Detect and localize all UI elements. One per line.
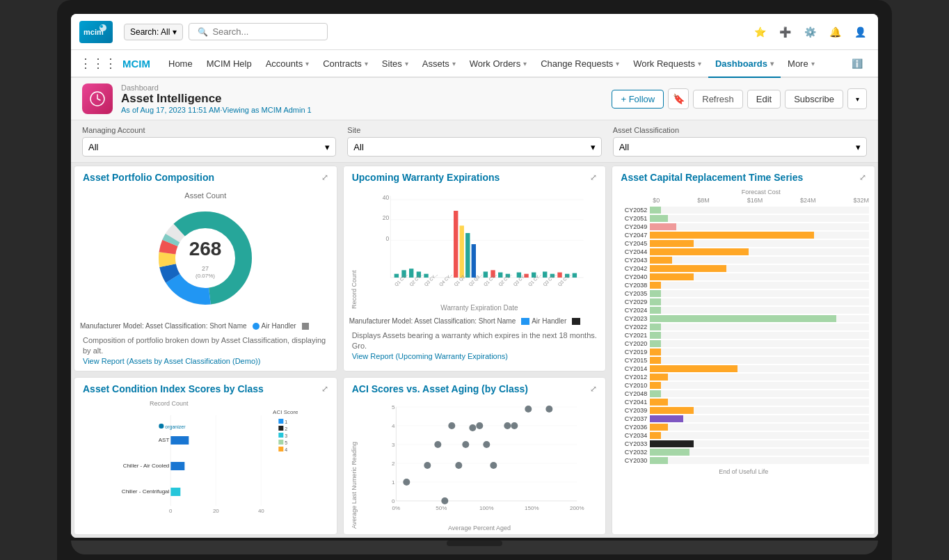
managing-account-chevron: ▾ (325, 142, 330, 152)
add-icon[interactable]: ➕ (775, 22, 795, 42)
subscribe-button[interactable]: Subscribe (785, 90, 843, 109)
nav-help-label: MCIM Help (207, 58, 252, 69)
svg-text:Chiller - Centrifugal: Chiller - Centrifugal (122, 488, 170, 495)
nav-item-help[interactable]: MCIM Help (200, 50, 259, 78)
hbar-track (650, 424, 869, 431)
asset-classification-filter: Asset Classification All ▾ (613, 126, 867, 157)
donut-highlight-percent: (0.07%) (196, 273, 215, 279)
aci-aging-card: ACI Scores vs. Asset Aging (by Class) ⤢ … (343, 377, 607, 535)
svg-text:20: 20 (213, 508, 219, 514)
follow-button[interactable]: + Follow (612, 90, 664, 109)
apps-grid-icon[interactable]: ⋮⋮⋮ (79, 56, 117, 71)
nav-item-sites[interactable]: Sites ▾ (375, 50, 415, 78)
hbar-segment (650, 332, 661, 339)
hbar-year-label: CY2014 (618, 365, 647, 372)
filters-bar: Managing Account All ▾ Site All ▾ Asset … (71, 120, 878, 163)
hbar-segment (650, 407, 694, 414)
svg-text:100%: 100% (479, 505, 493, 511)
hbar-year-label: CY2012 (618, 374, 647, 381)
asset-portfolio-expand[interactable]: ⤢ (321, 173, 328, 182)
bookmark-button[interactable]: 🔖 (668, 88, 689, 109)
hbar-row: CY2038 (618, 282, 869, 289)
settings-icon[interactable]: ⚙️ (800, 22, 820, 42)
more-actions-button[interactable]: ▾ (847, 88, 867, 109)
hbar-segment (650, 265, 726, 272)
nav-item-contracts[interactable]: Contracts ▾ (316, 50, 375, 78)
dashboard-subtitle: Dashboard (121, 83, 312, 92)
warranty-other-dot (572, 318, 580, 325)
nav-item-workorders[interactable]: Work Orders ▾ (463, 50, 534, 78)
svg-text:2: 2 (285, 426, 287, 431)
asset-portfolio-link[interactable]: View Report (Assets by Asset Classificat… (83, 357, 328, 365)
aci-scores-card: Asset Condition Index Scores by Class ⤢ … (74, 377, 337, 535)
svg-rect-23 (424, 274, 428, 278)
hbar-year-label: CY2010 (618, 382, 647, 389)
hbar-segment (650, 290, 661, 297)
warranty-link[interactable]: View Report (Upcoming Warranty Expiratio… (352, 352, 598, 360)
dashboard-actions: + Follow 🔖 Refresh Edit Subscribe ▾ (612, 88, 867, 109)
hbar-segment (650, 457, 667, 464)
nav-item-assets[interactable]: Assets ▾ (415, 50, 463, 78)
nav-more-label: More (788, 58, 808, 69)
dashboard-title: Asset Intelligence (121, 92, 312, 106)
site-select[interactable]: All ▾ (347, 137, 601, 157)
refresh-button[interactable]: Refresh (693, 90, 743, 109)
nav-item-dashboards[interactable]: Dashboards ▾ (708, 50, 781, 78)
nav-item-more[interactable]: More ▾ (781, 50, 822, 78)
hbar-track (650, 365, 869, 372)
hbar-row: CY2015 (618, 357, 869, 364)
nav-item-home[interactable]: Home (161, 50, 200, 78)
hbar-segment (650, 440, 694, 447)
warranty-air-handler-label: Air Handler (532, 317, 566, 325)
favorites-icon[interactable]: ⭐ (750, 22, 769, 42)
svg-point-105 (504, 422, 511, 429)
hbar-year-label: CY2040 (618, 273, 647, 280)
hbar-row: CY2036 (618, 424, 869, 431)
nav-item-info[interactable]: ℹ️ (845, 50, 870, 78)
nav-item-changerequests[interactable]: Change Requests ▾ (534, 50, 626, 78)
capital-replacement-expand[interactable]: ⤢ (859, 173, 866, 182)
warranty-y-axis-label: Record Count (349, 189, 359, 312)
svg-rect-69 (159, 424, 164, 429)
aci-scores-expand[interactable]: ⤢ (321, 384, 328, 394)
user-avatar[interactable]: 👤 (850, 22, 870, 42)
notifications-icon[interactable]: 🔔 (825, 22, 845, 42)
svg-rect-19 (394, 274, 398, 278)
svg-text:0: 0 (169, 508, 173, 514)
asset-portfolio-title: Asset Portfolio Composition (83, 172, 214, 183)
asset-classification-select[interactable]: All ▾ (613, 137, 867, 157)
warranty-expand[interactable]: ⤢ (590, 173, 597, 182)
hbar-row: CY2037 (618, 415, 869, 422)
svg-text:150%: 150% (525, 505, 539, 511)
search-type-selector[interactable]: Search: All ▾ (124, 24, 183, 40)
hbar-row: CY2051 (618, 215, 869, 222)
hbar-year-label: CY2030 (618, 457, 647, 464)
svg-rect-63 (278, 433, 283, 438)
main-navigation: ⋮⋮⋮ MCIM Home MCIM Help Accounts ▾ Contr… (71, 50, 878, 78)
managing-account-select[interactable]: All ▾ (82, 137, 336, 157)
end-of-useful-life-label: End of Useful Life (719, 468, 768, 475)
assets-chevron: ▾ (452, 60, 456, 67)
nav-item-accounts[interactable]: Accounts ▾ (259, 50, 316, 78)
managing-account-filter: Managing Account All ▾ (82, 126, 336, 157)
svg-point-98 (448, 422, 455, 429)
dashboard-title-area: Dashboard Asset Intelligence As of Aug 1… (121, 83, 312, 114)
hbar-segment (650, 424, 667, 431)
hbar-track (650, 257, 869, 264)
svg-point-102 (476, 422, 483, 429)
hbar-year-label: CY2032 (618, 449, 647, 456)
logo[interactable]: mcim (79, 21, 113, 43)
donut-highlight-text: 27 (202, 265, 209, 272)
svg-rect-65 (278, 440, 283, 445)
site-filter-label: Site (347, 126, 601, 134)
air-handler-legend-label: Air Handler (262, 322, 296, 330)
search-input[interactable] (212, 26, 319, 37)
nav-item-workrequests[interactable]: Work Requests ▾ (626, 50, 708, 78)
donut-chart-svg: 268 27 (0.07%) (150, 202, 261, 314)
hbar-year-label: CY2041 (618, 399, 647, 406)
svg-text:1: 1 (285, 419, 287, 424)
hbar-row: CY2029 (618, 298, 869, 305)
aci-aging-expand[interactable]: ⤢ (590, 384, 597, 394)
edit-button[interactable]: Edit (747, 90, 781, 109)
aci-aging-title: ACI Scores vs. Asset Aging (by Class) (352, 383, 528, 394)
